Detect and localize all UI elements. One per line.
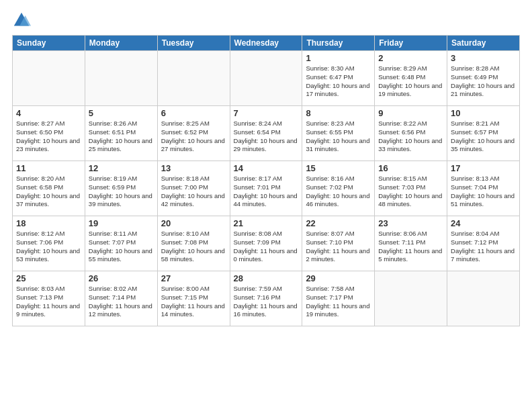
week-row-2: 11Sunrise: 8:20 AM Sunset: 6:58 PM Dayli… — [13, 161, 520, 216]
day-number: 29 — [306, 273, 371, 283]
day-header-sunday: Sunday — [13, 36, 85, 51]
page: SundayMondayTuesdayWednesdayThursdayFrid… — [0, 0, 532, 411]
day-info: Sunrise: 8:25 AM Sunset: 6:52 PM Dayligh… — [161, 120, 226, 154]
calendar-cell: 24Sunrise: 8:04 AM Sunset: 7:12 PM Dayli… — [447, 216, 520, 271]
calendar-cell: 22Sunrise: 8:07 AM Sunset: 7:10 PM Dayli… — [302, 216, 375, 271]
day-number: 24 — [451, 218, 516, 228]
calendar-cell: 16Sunrise: 8:15 AM Sunset: 7:03 PM Dayli… — [375, 161, 447, 216]
day-info: Sunrise: 8:07 AM Sunset: 7:10 PM Dayligh… — [306, 230, 371, 264]
day-number: 14 — [234, 163, 299, 173]
day-info: Sunrise: 8:15 AM Sunset: 7:03 PM Dayligh… — [378, 175, 443, 209]
day-info: Sunrise: 8:10 AM Sunset: 7:08 PM Dayligh… — [161, 230, 226, 264]
day-number: 26 — [89, 273, 154, 283]
calendar-cell: 5Sunrise: 8:26 AM Sunset: 6:51 PM Daylig… — [85, 106, 157, 161]
logo — [12, 11, 34, 30]
day-number: 22 — [306, 218, 371, 228]
day-info: Sunrise: 8:17 AM Sunset: 7:01 PM Dayligh… — [234, 175, 299, 209]
day-info: Sunrise: 8:18 AM Sunset: 7:00 PM Dayligh… — [161, 175, 226, 209]
calendar-cell — [85, 51, 157, 106]
day-number: 4 — [16, 108, 81, 118]
calendar-cell: 27Sunrise: 8:00 AM Sunset: 7:15 PM Dayli… — [157, 271, 230, 326]
calendar-cell — [375, 271, 447, 326]
days-header-row: SundayMondayTuesdayWednesdayThursdayFrid… — [13, 36, 520, 51]
calendar-cell: 17Sunrise: 8:13 AM Sunset: 7:04 PM Dayli… — [447, 161, 520, 216]
calendar-cell: 3Sunrise: 8:28 AM Sunset: 6:49 PM Daylig… — [447, 51, 520, 106]
day-info: Sunrise: 8:20 AM Sunset: 6:58 PM Dayligh… — [16, 175, 81, 209]
day-number: 10 — [451, 108, 516, 118]
day-number: 21 — [234, 218, 299, 228]
header — [12, 11, 520, 30]
day-info: Sunrise: 8:13 AM Sunset: 7:04 PM Dayligh… — [451, 175, 516, 209]
day-info: Sunrise: 8:16 AM Sunset: 7:02 PM Dayligh… — [306, 175, 371, 209]
day-number: 7 — [234, 108, 299, 118]
calendar-cell: 13Sunrise: 8:18 AM Sunset: 7:00 PM Dayli… — [157, 161, 230, 216]
calendar-cell: 19Sunrise: 8:11 AM Sunset: 7:07 PM Dayli… — [85, 216, 157, 271]
calendar-cell: 4Sunrise: 8:27 AM Sunset: 6:50 PM Daylig… — [13, 106, 85, 161]
calendar: SundayMondayTuesdayWednesdayThursdayFrid… — [12, 35, 520, 326]
calendar-cell: 8Sunrise: 8:23 AM Sunset: 6:55 PM Daylig… — [302, 106, 375, 161]
day-info: Sunrise: 8:08 AM Sunset: 7:09 PM Dayligh… — [234, 230, 299, 264]
day-number: 16 — [378, 163, 443, 173]
week-row-0: 1Sunrise: 8:30 AM Sunset: 6:47 PM Daylig… — [13, 51, 520, 106]
day-number: 6 — [161, 108, 226, 118]
calendar-cell: 2Sunrise: 8:29 AM Sunset: 6:48 PM Daylig… — [375, 51, 447, 106]
calendar-cell — [447, 271, 520, 326]
day-info: Sunrise: 8:19 AM Sunset: 6:59 PM Dayligh… — [89, 175, 154, 209]
day-info: Sunrise: 8:28 AM Sunset: 6:49 PM Dayligh… — [451, 64, 516, 99]
week-row-1: 4Sunrise: 8:27 AM Sunset: 6:50 PM Daylig… — [13, 106, 520, 161]
logo-icon — [12, 11, 31, 30]
calendar-cell: 7Sunrise: 8:24 AM Sunset: 6:54 PM Daylig… — [230, 106, 302, 161]
calendar-cell: 20Sunrise: 8:10 AM Sunset: 7:08 PM Dayli… — [157, 216, 230, 271]
day-number: 9 — [378, 108, 443, 118]
day-info: Sunrise: 8:06 AM Sunset: 7:11 PM Dayligh… — [378, 230, 443, 264]
calendar-cell: 18Sunrise: 8:12 AM Sunset: 7:06 PM Dayli… — [13, 216, 85, 271]
day-header-saturday: Saturday — [447, 36, 520, 51]
calendar-cell: 15Sunrise: 8:16 AM Sunset: 7:02 PM Dayli… — [302, 161, 375, 216]
calendar-cell: 28Sunrise: 7:59 AM Sunset: 7:16 PM Dayli… — [230, 271, 302, 326]
day-header-tuesday: Tuesday — [157, 36, 230, 51]
day-info: Sunrise: 8:00 AM Sunset: 7:15 PM Dayligh… — [161, 285, 226, 319]
day-header-thursday: Thursday — [302, 36, 375, 51]
calendar-body: 1Sunrise: 8:30 AM Sunset: 6:47 PM Daylig… — [13, 51, 520, 326]
day-info: Sunrise: 7:59 AM Sunset: 7:16 PM Dayligh… — [234, 285, 299, 319]
calendar-cell — [13, 51, 85, 106]
day-info: Sunrise: 8:11 AM Sunset: 7:07 PM Dayligh… — [89, 230, 154, 264]
calendar-cell: 21Sunrise: 8:08 AM Sunset: 7:09 PM Dayli… — [230, 216, 302, 271]
day-info: Sunrise: 8:27 AM Sunset: 6:50 PM Dayligh… — [16, 120, 81, 154]
day-number: 19 — [89, 218, 154, 228]
day-info: Sunrise: 8:30 AM Sunset: 6:47 PM Dayligh… — [306, 64, 371, 99]
day-info: Sunrise: 8:23 AM Sunset: 6:55 PM Dayligh… — [306, 120, 371, 154]
day-number: 5 — [89, 108, 154, 118]
day-number: 17 — [451, 163, 516, 173]
day-number: 13 — [161, 163, 226, 173]
day-number: 2 — [378, 53, 443, 63]
day-info: Sunrise: 8:21 AM Sunset: 6:57 PM Dayligh… — [451, 120, 516, 154]
day-number: 23 — [378, 218, 443, 228]
day-info: Sunrise: 8:24 AM Sunset: 6:54 PM Dayligh… — [234, 120, 299, 154]
day-info: Sunrise: 8:29 AM Sunset: 6:48 PM Dayligh… — [378, 64, 443, 99]
week-row-4: 25Sunrise: 8:03 AM Sunset: 7:13 PM Dayli… — [13, 271, 520, 326]
day-number: 8 — [306, 108, 371, 118]
calendar-cell: 23Sunrise: 8:06 AM Sunset: 7:11 PM Dayli… — [375, 216, 447, 271]
calendar-cell: 25Sunrise: 8:03 AM Sunset: 7:13 PM Dayli… — [13, 271, 85, 326]
day-info: Sunrise: 8:12 AM Sunset: 7:06 PM Dayligh… — [16, 230, 81, 264]
day-number: 11 — [16, 163, 81, 173]
day-number: 18 — [16, 218, 81, 228]
day-number: 28 — [234, 273, 299, 283]
day-info: Sunrise: 7:58 AM Sunset: 7:17 PM Dayligh… — [306, 285, 371, 319]
day-header-friday: Friday — [375, 36, 447, 51]
day-header-wednesday: Wednesday — [230, 36, 302, 51]
calendar-cell: 1Sunrise: 8:30 AM Sunset: 6:47 PM Daylig… — [302, 51, 375, 106]
calendar-cell: 26Sunrise: 8:02 AM Sunset: 7:14 PM Dayli… — [85, 271, 157, 326]
day-info: Sunrise: 8:02 AM Sunset: 7:14 PM Dayligh… — [89, 285, 154, 319]
calendar-cell: 11Sunrise: 8:20 AM Sunset: 6:58 PM Dayli… — [13, 161, 85, 216]
calendar-cell: 6Sunrise: 8:25 AM Sunset: 6:52 PM Daylig… — [157, 106, 230, 161]
calendar-cell: 14Sunrise: 8:17 AM Sunset: 7:01 PM Dayli… — [230, 161, 302, 216]
day-number: 27 — [161, 273, 226, 283]
week-row-3: 18Sunrise: 8:12 AM Sunset: 7:06 PM Dayli… — [13, 216, 520, 271]
day-header-monday: Monday — [85, 36, 157, 51]
day-info: Sunrise: 8:26 AM Sunset: 6:51 PM Dayligh… — [89, 120, 154, 154]
day-number: 15 — [306, 163, 371, 173]
calendar-cell: 9Sunrise: 8:22 AM Sunset: 6:56 PM Daylig… — [375, 106, 447, 161]
day-number: 25 — [16, 273, 81, 283]
